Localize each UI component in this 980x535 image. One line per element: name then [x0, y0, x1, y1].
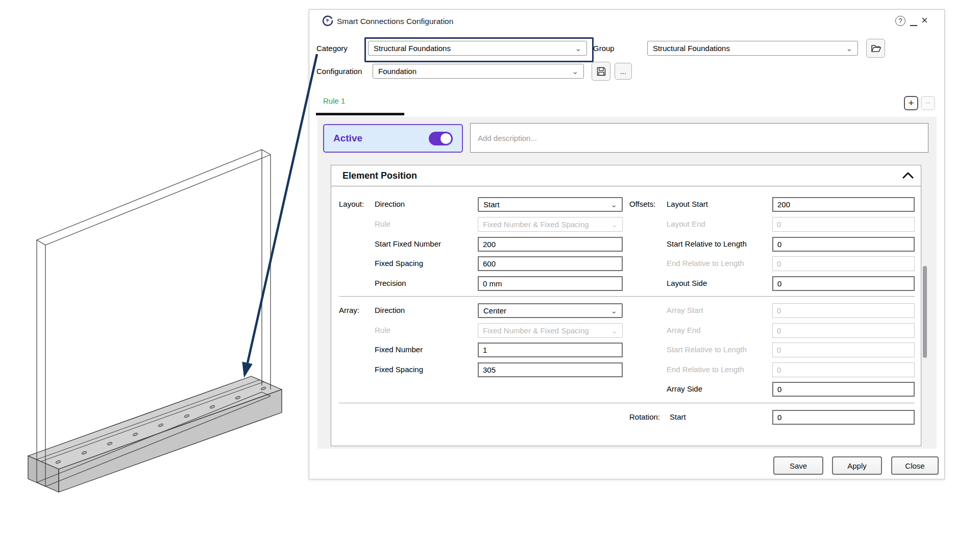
field-value: Fixed Number & Fixed Spacing	[483, 326, 589, 335]
array-start-relative-input	[772, 343, 915, 357]
configuration-value: Foundation	[378, 67, 416, 76]
layout-group-label: Layout:	[339, 200, 364, 208]
configuration-label: Configuration	[316, 67, 362, 76]
category-highlight: Structural Foundations ⌄	[364, 37, 594, 62]
minus-icon: −	[925, 98, 930, 108]
more-options-button[interactable]: ...	[615, 63, 632, 80]
configuration-select[interactable]: Foundation ⌄	[373, 64, 584, 79]
start-fixed-number-input[interactable]	[478, 237, 623, 252]
help-icon[interactable]: ?	[895, 16, 905, 26]
chevron-down-icon: ⌄	[572, 44, 581, 52]
wall-wireframe	[37, 150, 271, 487]
divider	[339, 403, 915, 403]
array-end-input	[772, 323, 915, 338]
array-group-label: Array:	[339, 306, 359, 314]
active-toggle[interactable]	[429, 132, 453, 145]
anchor-dots	[56, 386, 266, 464]
chevron-down-icon: ⌄	[569, 67, 578, 75]
field-label: Start Relative to Length	[667, 239, 747, 248]
array-direction-select[interactable]: Center ⌄	[478, 303, 623, 318]
field-label: Precision	[375, 279, 406, 287]
field-label: End Relative to Length	[667, 259, 744, 268]
close-button[interactable]: Close	[891, 456, 939, 475]
save-button[interactable]: Save	[773, 456, 823, 475]
field-label: Fixed Spacing	[375, 259, 423, 268]
group-label: Group	[593, 44, 615, 53]
category-value: Structural Foundations	[374, 44, 451, 53]
strip-footing	[28, 376, 282, 492]
description-input[interactable]	[470, 123, 928, 153]
section-header: Element Position	[331, 165, 921, 186]
browse-group-button[interactable]	[866, 39, 885, 58]
field-label: Start Fixed Number	[375, 239, 441, 248]
field-label: Direction	[375, 200, 405, 208]
category-arrow	[242, 54, 317, 378]
category-label: Category	[316, 44, 348, 53]
group-select[interactable]: Structural Foundations ⌄	[647, 41, 858, 56]
field-label: Direction	[375, 306, 405, 314]
element-position-section: Element Position Layout: Direction Start…	[331, 165, 921, 446]
field-label: Array Side	[667, 384, 702, 393]
array-fixed-spacing-input[interactable]	[478, 362, 623, 377]
layout-fixed-spacing-input[interactable]	[478, 256, 623, 271]
layout-end-input	[772, 217, 915, 232]
field-label: Start	[670, 412, 686, 421]
field-value: Fixed Number & Fixed Spacing	[483, 220, 589, 229]
layout-direction-select[interactable]: Start ⌄	[478, 197, 623, 212]
layout-start-input[interactable]	[772, 197, 915, 212]
end-relative-to-length-input	[772, 256, 915, 271]
rotation-start-input[interactable]	[772, 410, 915, 425]
field-label: End Relative to Length	[667, 365, 744, 374]
array-side-input[interactable]	[772, 382, 915, 397]
chevron-down-icon: ⌄	[609, 221, 618, 228]
field-label: Rule	[375, 220, 390, 228]
field-label: Start Relative to Length	[667, 345, 747, 354]
category-select[interactable]: Structural Foundations ⌄	[368, 41, 587, 56]
window-title: Smart Connections Configuration	[337, 17, 453, 26]
save-configuration-button[interactable]	[592, 62, 610, 81]
active-toggle-box: Active	[323, 124, 463, 153]
chevron-up-icon[interactable]	[902, 171, 915, 181]
field-label: Array Start	[667, 306, 703, 314]
precision-input[interactable]	[478, 276, 623, 291]
scrollbar-thumb[interactable]	[923, 266, 927, 358]
remove-rule-button: −	[921, 96, 935, 110]
field-label: Array End	[667, 326, 701, 334]
field-label: Fixed Number	[375, 345, 423, 354]
section-title: Element Position	[342, 171, 417, 181]
plus-icon: +	[908, 98, 914, 108]
array-rule-select: Fixed Number & Fixed Spacing ⌄	[478, 323, 623, 338]
chevron-down-icon: ⌄	[843, 44, 852, 52]
add-rule-button[interactable]: +	[904, 96, 918, 110]
field-label: Layout Side	[667, 279, 707, 287]
apply-button[interactable]: Apply	[832, 456, 882, 475]
tab-indicator	[316, 113, 404, 115]
rotation-group-label: Rotation:	[629, 412, 660, 421]
minimize-icon[interactable]	[910, 25, 917, 26]
smart-connections-dialog: Smart Connections Configuration ? × Cate…	[309, 9, 945, 479]
rule-panel: Active Element Position Layout: Directio…	[317, 117, 937, 449]
ellipsis-label: ...	[620, 67, 626, 76]
toggle-knob	[440, 133, 451, 144]
layout-rule-select: Fixed Number & Fixed Spacing ⌄	[478, 217, 623, 232]
floppy-disk-icon	[595, 65, 607, 78]
tab-rule-1[interactable]: Rule 1	[323, 96, 345, 105]
close-icon[interactable]: ×	[921, 14, 928, 27]
array-end-relative-input	[772, 362, 915, 377]
field-label: Layout Start	[667, 200, 708, 208]
group-value: Structural Foundations	[653, 44, 730, 53]
layout-side-input[interactable]	[772, 276, 915, 291]
fixed-number-input[interactable]	[478, 343, 623, 357]
field-label: Rule	[375, 326, 390, 334]
chevron-down-icon: ⌄	[609, 327, 618, 334]
field-value: Start	[483, 200, 500, 209]
field-value: Center	[483, 306, 506, 315]
offsets-group-label: Offsets:	[629, 200, 655, 208]
app-icon	[322, 15, 333, 27]
start-relative-to-length-input[interactable]	[772, 237, 915, 252]
open-folder-icon	[870, 42, 882, 55]
chevron-down-icon: ⌄	[608, 307, 617, 314]
chevron-down-icon: ⌄	[608, 201, 617, 208]
field-label: Layout End	[667, 220, 705, 228]
divider	[339, 296, 915, 297]
